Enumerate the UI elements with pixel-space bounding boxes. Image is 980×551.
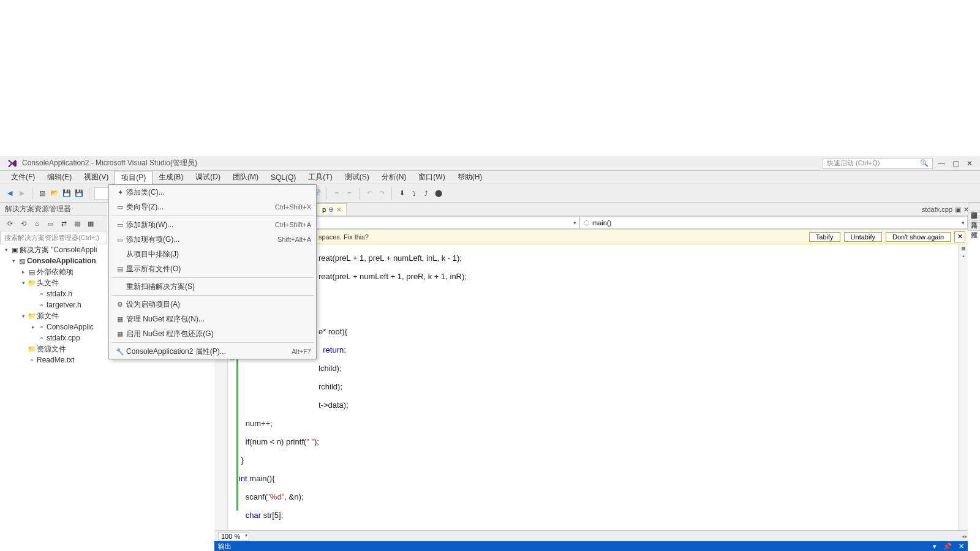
code-editor[interactable]: ⊟ ⊟ reat(preL + 1, preL + numLeft, inL, … (214, 244, 968, 530)
close-infobar-icon[interactable]: ✕ (954, 231, 965, 242)
existitem-icon: ▭ (114, 236, 126, 244)
menu-show-all-files[interactable]: ▤显示所有文件(O) (109, 261, 316, 276)
menu-separator (111, 277, 314, 278)
menu-window[interactable]: 窗口(W) (412, 171, 451, 184)
menu-debug[interactable]: 调试(D) (189, 171, 227, 184)
tabs-spaces-infobar: spaces. Fix this? Tabify Untabify Don't … (214, 230, 968, 244)
menu-add-existing-item[interactable]: ▭添加现有项(G)...Shift+Alt+A (109, 232, 316, 247)
menu-file[interactable]: 文件(F) (5, 171, 41, 184)
menu-project[interactable]: 项目(P) (115, 171, 153, 184)
zoom-combo[interactable]: 100 % (218, 532, 249, 541)
wizard-icon: ▭ (114, 203, 126, 211)
file-node[interactable]: ▫targetver.h (0, 299, 107, 310)
file-node[interactable]: ▫stdafx.h (0, 288, 107, 299)
scroll-right-icon[interactable]: ▸ (965, 533, 968, 539)
solution-label: 解决方案 "ConsoleAppli (20, 245, 97, 255)
dropdown-icon[interactable]: ▾ (933, 542, 937, 550)
home-icon[interactable]: ⟳ (5, 219, 15, 228)
back-icon[interactable]: ◀ (5, 189, 15, 198)
restore-button[interactable]: ▢ (952, 159, 959, 168)
open-icon[interactable]: 📂 (50, 189, 59, 198)
member-combo[interactable]: ◌main() (579, 216, 968, 229)
project-menu-dropdown: ✦添加类(C)... ▭类向导(Z)...Ctrl+Shift+X ▭添加新项(… (108, 184, 317, 359)
show-all-icon[interactable]: ▦ (86, 219, 96, 228)
properties-icon[interactable]: ▤ (72, 219, 82, 228)
quick-launch-placeholder: 快速启动 (Ctrl+Q) (827, 159, 880, 168)
menu-class-wizard[interactable]: ▭类向导(Z)...Ctrl+Shift+X (109, 200, 316, 214)
menu-rescan[interactable]: 重新扫描解决方案(S) (109, 279, 316, 294)
step-over-icon[interactable]: ⤵ (409, 189, 419, 198)
menu-exclude[interactable]: 从项目中排除(J) (109, 247, 316, 261)
file-node[interactable]: ▫stdafx.cpp (0, 332, 107, 343)
active-editor-tab[interactable]: p ⊕ ✕ (317, 203, 347, 216)
menu-enable-nuget-restore[interactable]: ▦启用 NuGet 程序包还原(G) (109, 326, 316, 341)
close-button[interactable]: ✕ (967, 159, 973, 168)
menu-edit[interactable]: 编辑(E) (41, 171, 78, 184)
scroll-up-icon[interactable]: ▴ (960, 253, 967, 259)
menu-help[interactable]: 帮助(H) (451, 171, 489, 184)
menu-tools[interactable]: 工具(T) (302, 171, 338, 184)
save-icon[interactable]: 💾 (62, 189, 72, 198)
gear-icon: ⚙ (114, 301, 126, 309)
comment-icon[interactable]: ≡ (332, 189, 342, 198)
vs-logo-icon (7, 159, 17, 168)
menu-view[interactable]: 视图(V) (78, 171, 115, 184)
close-tab-icon[interactable]: ✕ (336, 206, 341, 213)
undo-icon[interactable]: ↶ (364, 189, 374, 198)
pin-icon[interactable]: ⊕ (328, 206, 334, 214)
file-node[interactable]: ▸▫ConsoleApplic (0, 321, 107, 332)
editor-footer: 100 % ◂ ▸ (214, 530, 968, 541)
untabify-button[interactable]: Untabify (844, 232, 882, 242)
vertical-scrollbar[interactable]: ▴ (958, 244, 968, 530)
newitem-icon: ▭ (114, 221, 126, 229)
ext-deps-node[interactable]: ▸▤外部依赖项 (0, 266, 107, 277)
collapse-icon[interactable]: ▭ (45, 219, 55, 228)
menu-analyze[interactable]: 分析(N) (375, 171, 413, 184)
menu-add-new-item[interactable]: ▭添加新项(W)...Ctrl+Shift+A (109, 217, 316, 232)
quick-launch-input[interactable]: 快速启动 (Ctrl+Q) 🔍 (823, 158, 933, 169)
menu-build[interactable]: 生成(B) (153, 171, 189, 184)
sources-node[interactable]: ▾📁源文件 (0, 310, 107, 321)
properties-tab[interactable]: 属性 (968, 222, 980, 231)
res-node[interactable]: 📁资源文件 (0, 343, 107, 354)
pin-icon[interactable]: 📌 (943, 542, 952, 550)
step-into-icon[interactable]: ⬇ (397, 189, 407, 198)
menu-properties[interactable]: 🔧ConsoleApplication2 属性(P)...Alt+F7 (109, 344, 316, 359)
menu-manage-nuget[interactable]: ▦管理 NuGet 程序包(N)... (109, 312, 316, 326)
refresh-icon[interactable]: ⇄ (59, 219, 69, 228)
tabify-button[interactable]: Tabify (809, 232, 840, 242)
node-label: 源文件 (37, 311, 59, 321)
node-label: 资源文件 (37, 344, 66, 354)
dont-show-button[interactable]: Don't show again (886, 232, 951, 242)
toolbox-tab[interactable]: 工具箱 (968, 212, 980, 221)
tab-label: stdafx.cpp (922, 206, 952, 213)
headers-node[interactable]: ▾📁头文件 (0, 277, 107, 288)
menu-team[interactable]: 团队(M) (227, 171, 265, 184)
sync-icon[interactable]: ⟲ (18, 219, 28, 228)
menu-set-startup[interactable]: ⚙设为启动项目(A) (109, 297, 316, 312)
output-panel-header[interactable]: 输出 ▾ 📌 ✕ (214, 541, 968, 551)
solution-search-input[interactable]: 搜索解决方案资源管理器(Ctrl+;) (0, 231, 107, 244)
redo-icon[interactable]: ↷ (377, 189, 386, 198)
menu-sql[interactable]: SQL(Q) (265, 172, 302, 183)
server-explorer-tab[interactable]: 服务器资源管理器 (968, 203, 980, 211)
solution-node[interactable]: ▾▣解决方案 "ConsoleAppli (0, 244, 107, 255)
home-icon[interactable]: ⌂ (32, 219, 42, 228)
minimize-button[interactable]: — (938, 159, 945, 168)
uncomment-icon[interactable]: ≡ (344, 189, 354, 198)
close-icon[interactable]: ✕ (959, 542, 964, 550)
breakpoint-icon[interactable]: ⬤ (434, 189, 443, 198)
save-all-icon[interactable]: 💾 (74, 189, 84, 198)
menu-test[interactable]: 测试(S) (339, 171, 375, 184)
step-out-icon[interactable]: ⤴ (421, 189, 431, 198)
new-project-icon[interactable]: ▧ (37, 189, 47, 198)
readme-node[interactable]: ▫ReadMe.txt (0, 354, 107, 365)
node-label: stdafx.cpp (47, 334, 80, 342)
nuget-icon: ▦ (114, 330, 126, 338)
project-node[interactable]: ▾▧ConsoleApplication (0, 255, 107, 266)
promote-icon[interactable]: ▣ (955, 206, 961, 214)
split-handle-icon[interactable] (962, 247, 965, 250)
menu-separator (111, 342, 314, 343)
menu-add-class[interactable]: ✦添加类(C)... (109, 185, 316, 200)
forward-icon[interactable]: ▶ (17, 189, 27, 198)
